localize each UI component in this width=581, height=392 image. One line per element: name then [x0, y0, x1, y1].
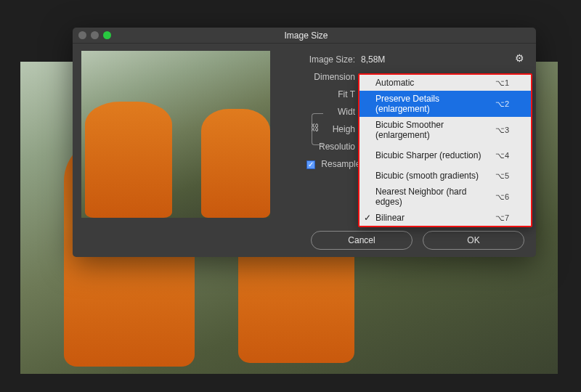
- dropdown-item-label: Preserve Details (enlargement): [375, 94, 495, 114]
- dropdown-item-label: Bicubic Smoother (enlargement): [375, 120, 495, 140]
- dropdown-item-shortcut: ⌥2: [495, 99, 509, 109]
- preview-figure: [201, 109, 270, 218]
- dropdown-item[interactable]: Automatic⌥1: [359, 75, 531, 91]
- dropdown-item-shortcut: ⌥7: [495, 213, 509, 223]
- image-preview[interactable]: [81, 51, 270, 218]
- window-close-button[interactable]: [78, 31, 86, 39]
- dropdown-item-shortcut: ⌥6: [495, 192, 509, 202]
- ok-button[interactable]: OK: [423, 231, 524, 250]
- dropdown-item[interactable]: Bicubic Sharper (reduction)⌥4: [359, 147, 531, 163]
- dropdown-item[interactable]: Bicubic Smoother (enlargement)⌥3: [359, 117, 531, 143]
- dialog-title: Image Size: [111, 30, 530, 41]
- dropdown-item-label: Nearest Neighbor (hard edges): [375, 187, 495, 207]
- preview-figure: [85, 102, 172, 218]
- gear-icon[interactable]: ⚙︎: [515, 52, 524, 64]
- image-size-value: 8,58M: [361, 54, 385, 65]
- dropdown-item[interactable]: Preserve Details (enlargement)⌥2: [359, 91, 531, 117]
- dropdown-item-label: Automatic: [375, 78, 414, 88]
- titlebar: Image Size: [73, 28, 536, 44]
- dropdown-item-label: Bicubic (smooth gradients): [375, 171, 479, 181]
- row-image-size: Image Size: 8,58M: [277, 51, 527, 68]
- dropdown-item[interactable]: Nearest Neighbor (hard edges)⌥6: [359, 184, 531, 210]
- resample-checkbox[interactable]: [306, 160, 315, 169]
- dimensions-label: Dimension: [277, 72, 361, 82]
- image-size-label: Image Size:: [277, 54, 361, 65]
- dropdown-item[interactable]: Bicubic (smooth gradients)⌥5: [359, 168, 531, 184]
- cancel-button[interactable]: Cancel: [311, 231, 413, 250]
- dropdown-item-shortcut: ⌥1: [495, 78, 509, 88]
- dropdown-item-shortcut: ⌥4: [495, 151, 509, 160]
- dropdown-item-label: Bicubic Sharper (reduction): [375, 150, 481, 160]
- dropdown-item-shortcut: ⌥5: [495, 171, 509, 181]
- dialog-buttons: Cancel OK: [311, 231, 524, 250]
- constrain-proportions-icon[interactable]: [312, 113, 323, 145]
- resample-label: Resample: [321, 159, 360, 169]
- window-minimize-button[interactable]: [91, 31, 99, 39]
- window-zoom-button[interactable]: [103, 31, 111, 39]
- dropdown-item[interactable]: Bilinear⌥7: [359, 210, 531, 226]
- fit-to-label: Fit T: [277, 89, 361, 99]
- resample-dropdown[interactable]: Automatic⌥1Preserve Details (enlargement…: [358, 73, 532, 227]
- window-controls: [78, 31, 111, 39]
- dropdown-item-shortcut: ⌥3: [495, 126, 509, 135]
- dropdown-item-label: Bilinear: [375, 213, 405, 223]
